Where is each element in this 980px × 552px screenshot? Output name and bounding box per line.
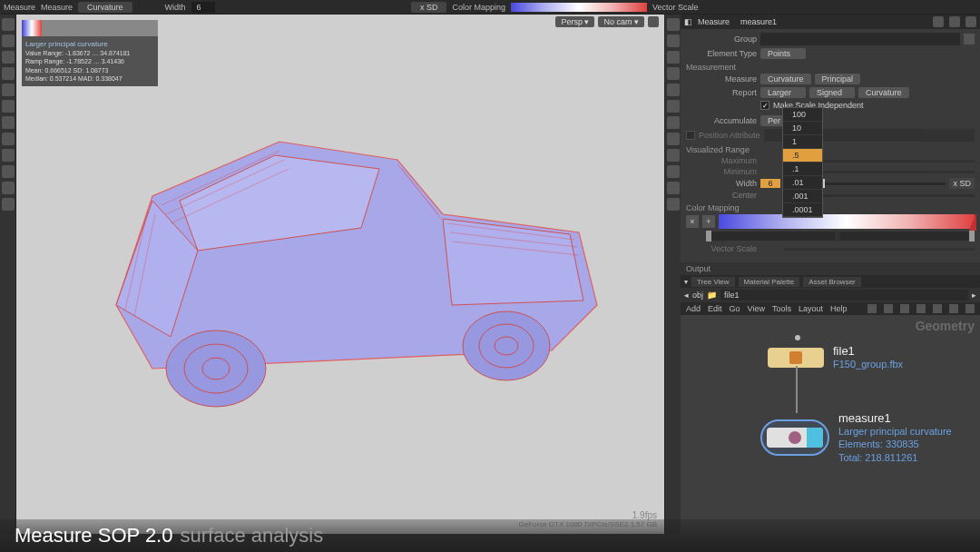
menu-edit[interactable]: Edit — [708, 304, 722, 313]
colormap-add-icon[interactable]: + — [702, 215, 715, 228]
display-ghost-icon[interactable] — [667, 116, 680, 129]
posattr-checkbox[interactable] — [686, 131, 695, 140]
menu-layout[interactable]: Layout — [799, 304, 823, 313]
display-light-icon[interactable] — [667, 67, 680, 80]
path-seg-obj[interactable]: obj — [692, 291, 703, 300]
node-measure1-sub3: Total: 218.811261 — [838, 451, 952, 464]
net-opt3-icon[interactable] — [900, 304, 909, 313]
report-select1[interactable]: Larger — [760, 87, 806, 98]
colormap-ramp[interactable] — [719, 214, 975, 229]
menu-go[interactable]: Go — [730, 304, 740, 313]
colormap-gradient[interactable] — [511, 3, 647, 12]
display-xray-icon[interactable] — [667, 133, 680, 145]
display-grid-icon[interactable] — [667, 84, 680, 96]
tab-treeview[interactable]: Tree View — [691, 277, 735, 287]
pane-menu-icon[interactable]: ▾ — [684, 278, 688, 286]
menu-help[interactable]: Help — [830, 304, 848, 313]
param-node-name-input[interactable]: measure1 — [735, 16, 782, 27]
tool-render-icon[interactable] — [2, 182, 15, 194]
node-measure1-label: measure1 — [838, 411, 952, 425]
tab-label[interactable]: Measure — [41, 3, 73, 12]
net-opt2-icon[interactable] — [884, 304, 893, 313]
display-bg-icon[interactable] — [667, 100, 680, 113]
pin-icon[interactable] — [965, 16, 976, 27]
width-step-dropdown[interactable]: 100 10 1 .5 .1 .01 .001 .0001 — [782, 107, 823, 218]
tab-matpalette[interactable]: Material Palette — [739, 277, 800, 287]
display-wire-icon[interactable] — [667, 34, 680, 47]
net-opt1-icon[interactable] — [867, 304, 877, 313]
net-opt4-icon[interactable] — [916, 304, 926, 313]
caption-overlay: Measure SOP 2.0 surface analysis — [0, 519, 980, 552]
tab-assetbrowser[interactable]: Asset Browser — [803, 277, 861, 287]
eltype-select[interactable]: Points — [760, 48, 806, 59]
group-picker-icon[interactable] — [964, 34, 975, 44]
width-opt-100[interactable]: 100 — [783, 108, 822, 122]
tool-brush-icon[interactable] — [2, 100, 15, 113]
node-measure1-sub1: Larger principal curvature — [838, 425, 952, 438]
measure-select[interactable]: Curvature — [760, 74, 811, 84]
group-label: Group — [686, 34, 757, 44]
display-opts-icon[interactable] — [667, 165, 680, 178]
display-vis-icon[interactable] — [667, 198, 680, 211]
node-input-dot-icon[interactable] — [795, 335, 800, 340]
width-opt-10[interactable]: 10 — [783, 122, 822, 135]
colormap-position-track[interactable] — [706, 232, 975, 241]
tool-magnet-icon[interactable] — [2, 133, 15, 145]
path-fwd-icon[interactable]: ▸ — [972, 291, 976, 300]
display-hq-icon[interactable] — [667, 149, 680, 162]
camera-persp-button[interactable]: Persp ▾ — [555, 16, 594, 27]
display-shade-icon[interactable] — [667, 51, 680, 64]
width-opt-p5[interactable]: .5 — [783, 149, 822, 163]
group-input[interactable] — [760, 33, 960, 45]
width-opt-p1[interactable]: .1 — [783, 163, 822, 176]
tool-view-icon[interactable] — [2, 165, 15, 178]
width-opt-1[interactable]: 1 — [783, 135, 822, 149]
node-measure1[interactable]: measure1 Larger principal curvature Elem… — [760, 411, 952, 464]
viewport-lock-icon[interactable] — [648, 16, 659, 27]
measure-type-select[interactable]: Curvature — [78, 2, 132, 13]
report-select3[interactable]: Curvature — [858, 87, 909, 98]
width-param-input[interactable]: 6 — [760, 179, 780, 188]
net-opt7-icon[interactable] — [965, 304, 975, 313]
tool-move-icon[interactable] — [2, 34, 15, 47]
param-node-type-icon: ◧ — [684, 17, 692, 26]
report-select2[interactable]: Signed — [809, 87, 855, 98]
tool-lasso-icon[interactable] — [2, 84, 15, 96]
tool-hook-icon[interactable] — [2, 149, 15, 162]
width-opt-p001[interactable]: .001 — [783, 190, 822, 203]
width-opt-p0001[interactable]: .0001 — [783, 203, 822, 217]
display-cam-icon[interactable] — [667, 182, 680, 194]
width-opt-p01[interactable]: .01 — [783, 176, 822, 190]
camera-nocam-button[interactable]: No cam ▾ — [598, 16, 644, 27]
infobox-title: Larger principal curvature — [25, 40, 154, 49]
node-file1[interactable]: file1 F150_group.fbx — [768, 344, 903, 370]
vecscale-slider[interactable] — [784, 248, 975, 251]
menu-add[interactable]: Add — [686, 304, 701, 313]
infobox-bar — [42, 20, 158, 36]
gear-icon[interactable] — [933, 16, 944, 27]
help-icon[interactable] — [949, 16, 960, 27]
output-section[interactable]: Output — [681, 262, 980, 275]
tool-rotate-icon[interactable] — [2, 51, 15, 64]
width-unit-select[interactable]: x SD — [949, 178, 975, 189]
net-opt6-icon[interactable] — [949, 304, 958, 313]
tool-select-icon[interactable] — [2, 18, 15, 31]
menu-view[interactable]: View — [748, 304, 765, 313]
net-opt5-icon[interactable] — [933, 304, 942, 313]
width-value-input[interactable]: 6 — [191, 2, 215, 13]
scale-independent-checkbox[interactable] — [760, 101, 769, 110]
tool-snap-icon[interactable] — [2, 116, 15, 129]
minimum-label: Minimum — [686, 167, 757, 176]
viewport-3d[interactable]: Persp ▾ No cam ▾ Larger principal curvat… — [16, 15, 664, 534]
display-home-icon[interactable] — [667, 18, 680, 31]
measure-mode-select[interactable]: Principal — [815, 74, 861, 84]
path-input[interactable]: file1 — [720, 290, 968, 301]
width-unit-select[interactable]: x SD — [411, 2, 447, 13]
colormap-remove-icon[interactable]: × — [686, 215, 699, 228]
tool-scale-icon[interactable] — [2, 67, 15, 80]
network-view[interactable]: Geometry file1 F150_group.fbx measure1 L… — [681, 315, 980, 534]
path-back-icon[interactable]: ◂ — [684, 291, 689, 300]
menu-tools[interactable]: Tools — [772, 304, 791, 313]
colormap-handle-icon[interactable] — [969, 212, 976, 231]
tool-misc-icon[interactable] — [2, 198, 15, 211]
